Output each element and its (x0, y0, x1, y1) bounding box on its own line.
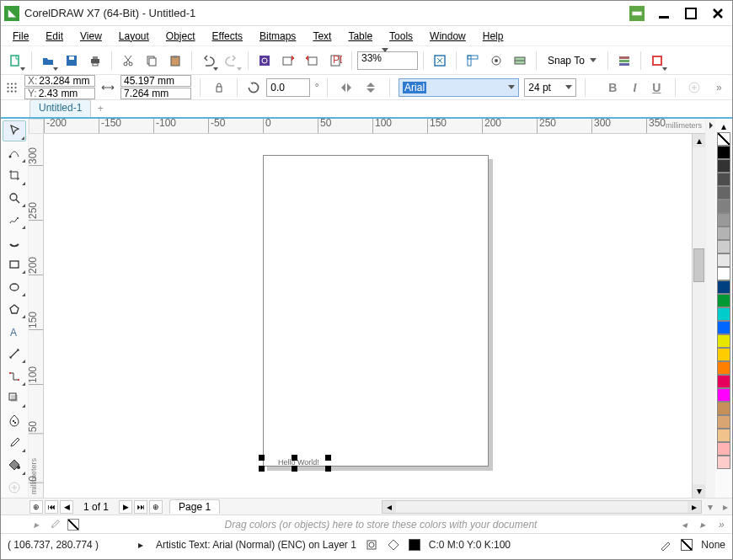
paste-button[interactable] (164, 50, 186, 72)
scroll-right-arrow[interactable]: ▸ (688, 501, 701, 513)
scroll-down-arrow[interactable]: ▾ (693, 484, 705, 498)
cut-button[interactable] (117, 50, 139, 72)
text-tool[interactable]: A (3, 321, 26, 341)
menu-effects[interactable]: Effects (206, 29, 249, 44)
drop-shadow-tool[interactable] (3, 388, 26, 408)
transparency-tool[interactable] (3, 410, 26, 430)
next-page-button[interactable]: ▶ (119, 500, 132, 514)
page-tab[interactable]: Page 1 (169, 499, 220, 514)
dimension-tool[interactable] (3, 344, 26, 364)
scroll-up-arrow[interactable]: ▴ (693, 134, 705, 147)
menu-view[interactable]: View (73, 29, 109, 44)
ruler-origin[interactable] (29, 119, 44, 134)
width-field[interactable]: 45.197 mm (120, 75, 191, 87)
fill-tool-icon[interactable] (387, 538, 400, 552)
show-rulers-button[interactable] (462, 50, 484, 72)
snap-to-dropdown[interactable]: Snap To (542, 51, 602, 70)
color-swatch[interactable] (717, 348, 730, 361)
print-button[interactable] (84, 50, 106, 72)
color-swatch[interactable] (717, 280, 730, 294)
menu-window[interactable]: Window (423, 29, 473, 44)
color-swatch[interactable] (717, 402, 730, 415)
drawing-canvas[interactable]: Hello World! (44, 134, 692, 498)
maximize-button[interactable] (680, 4, 702, 23)
outline-pen-icon[interactable] (659, 538, 672, 552)
overflow-button[interactable]: » (709, 77, 729, 99)
polygon-tool[interactable] (3, 299, 26, 319)
x-position-field[interactable]: X:23.284 mm (24, 75, 95, 87)
color-swatch[interactable] (717, 456, 730, 469)
color-swatch[interactable] (717, 321, 730, 334)
menu-bitmaps[interactable]: Bitmaps (253, 29, 302, 44)
selected-text-object[interactable]: Hello World! (261, 457, 329, 469)
italic-button[interactable]: I (624, 77, 645, 98)
new-button[interactable] (4, 50, 26, 72)
menu-table[interactable]: Table (341, 29, 379, 44)
eyedropper-tool[interactable] (3, 433, 26, 453)
color-swatch[interactable] (717, 334, 730, 348)
toolbox-expand[interactable] (3, 477, 26, 498)
menu-help[interactable]: Help (476, 29, 511, 44)
add-page-after-button[interactable]: ⊕ (149, 500, 163, 514)
crop-tool[interactable] (3, 165, 26, 185)
current-outline-swatch[interactable] (681, 539, 693, 551)
first-page-button[interactable]: ⏮ (45, 500, 58, 514)
color-swatch[interactable] (717, 375, 730, 388)
artistic-media-tool[interactable] (3, 232, 26, 252)
overflow-icon[interactable]: » (719, 519, 732, 531)
open-button[interactable] (37, 50, 59, 72)
ellipse-tool[interactable] (3, 276, 26, 296)
vertical-scrollbar[interactable]: ▴ ▾ (692, 134, 705, 498)
color-swatch[interactable] (717, 388, 730, 402)
last-page-button[interactable]: ⏭ (134, 500, 147, 514)
height-field[interactable]: 7.264 mm (120, 88, 191, 99)
publish-pdf-button[interactable]: PDF (324, 50, 346, 72)
app-launcher-button[interactable] (646, 50, 668, 72)
color-swatch[interactable] (717, 200, 730, 213)
menu-text[interactable]: Text (306, 29, 338, 44)
vertical-ruler[interactable]: millimeters300250200150100500 (29, 134, 44, 498)
shape-tool[interactable] (3, 143, 26, 163)
horizontal-scrollbar[interactable]: ◂ ▸ (382, 500, 702, 514)
add-page-button[interactable]: ⊕ (29, 500, 43, 514)
color-swatch[interactable] (717, 132, 730, 146)
show-grid-button[interactable] (485, 50, 507, 72)
prev-page-button[interactable]: ◀ (60, 500, 73, 514)
color-swatch[interactable] (717, 429, 730, 442)
color-swatch[interactable] (717, 159, 730, 173)
redo-button[interactable] (221, 50, 243, 72)
underline-button[interactable]: U (646, 77, 666, 98)
search-content-button[interactable] (254, 50, 276, 72)
notification-badge-icon[interactable] (629, 6, 645, 21)
font-size-select[interactable]: 24 pt (524, 78, 576, 97)
document-tab-active[interactable]: Untitled-1 (29, 99, 91, 117)
menu-tools[interactable]: Tools (383, 29, 420, 44)
color-swatch[interactable] (717, 267, 730, 280)
rotation-field[interactable]: 0.0 (266, 78, 309, 97)
color-proof-icon[interactable] (365, 538, 378, 552)
copy-button[interactable] (141, 50, 163, 72)
color-swatch[interactable] (717, 213, 730, 227)
current-fill-swatch[interactable] (409, 539, 420, 551)
color-swatch[interactable] (717, 227, 730, 240)
menu-edit[interactable]: Edit (39, 29, 70, 44)
y-position-field[interactable]: Y:2.43 mm (24, 88, 95, 99)
color-swatch[interactable] (717, 253, 730, 267)
menu-layout[interactable]: Layout (112, 29, 156, 44)
zoom-tool[interactable] (3, 188, 26, 208)
options-button[interactable] (613, 50, 635, 72)
palette-scroll-up[interactable]: ▴ (717, 120, 730, 132)
color-swatch[interactable] (717, 146, 730, 159)
menu-file[interactable]: File (6, 29, 35, 44)
horizontal-ruler[interactable]: millimeters-200-150-100-5005010015020025… (44, 119, 705, 134)
bold-button[interactable]: B (602, 77, 623, 98)
zoom-level-select[interactable]: 33% (357, 51, 418, 70)
undo-button[interactable] (197, 50, 219, 72)
show-guidelines-button[interactable] (509, 50, 531, 72)
color-swatch[interactable] (717, 307, 730, 321)
mirror-vertical-button[interactable] (361, 77, 381, 99)
no-color-swatch[interactable] (67, 518, 80, 531)
rectangle-tool[interactable] (3, 254, 26, 275)
pick-tool[interactable] (3, 120, 26, 141)
docker-collapse-bar[interactable] (705, 119, 715, 498)
